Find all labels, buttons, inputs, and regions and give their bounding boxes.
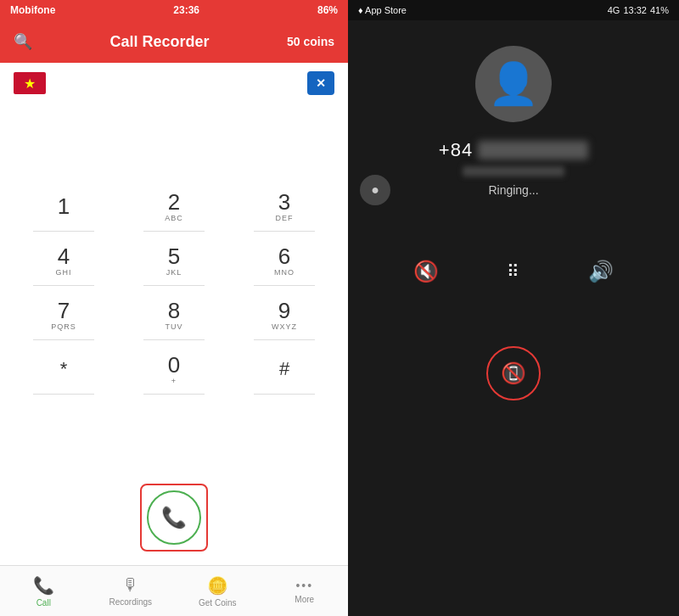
dial-key-3[interactable]: 3 DEF <box>246 181 323 232</box>
status-bar-left: Mobifone 23:36 86% <box>0 0 348 20</box>
call-button[interactable]: 📞 <box>147 490 201 545</box>
dialpad-row-4: * 0 + # <box>8 344 340 395</box>
dial-key-2[interactable]: 2 ABC <box>136 181 212 232</box>
dialpad-row-2: 4 GHI 5 JKL 6 MNO <box>8 235 340 286</box>
phone-prefix: +84 <box>439 139 473 161</box>
contact-name-blurred <box>463 166 564 176</box>
avatar-icon: 👤 <box>488 60 539 108</box>
tab-get-coins[interactable]: 🪙 Get Coins <box>174 566 261 616</box>
speaker-button[interactable]: 🔊 <box>577 248 625 295</box>
status-icons: 4G 13:32 41% <box>608 5 669 15</box>
coins-label: 50 coins <box>287 35 334 48</box>
keypad-icon: ⠿ <box>507 261 519 282</box>
dial-key-7[interactable]: 7 PQRS <box>25 289 102 340</box>
flag-row: ★ ✕ <box>0 63 348 104</box>
right-panel: ♦ App Store 4G 13:32 41% ● 👤 +84 Ringing… <box>348 0 679 616</box>
coins-tab-label: Get Coins <box>199 598 236 608</box>
phone-blur <box>478 141 588 160</box>
coins-tab-icon: 🪙 <box>207 575 228 596</box>
recordings-tab-label: Recordings <box>109 597 152 607</box>
call-button-area: 📞 <box>0 475 348 565</box>
call-controls: 🔇 ⠿ 🔊 <box>348 248 679 295</box>
call-button-border: 📞 <box>140 484 208 552</box>
carrier-text: Mobifone <box>10 4 55 16</box>
ringing-status: Ringing... <box>488 183 538 197</box>
country-flag[interactable]: ★ <box>14 72 46 94</box>
more-tab-icon: ••• <box>295 579 313 592</box>
mute-icon: 🔇 <box>413 260 439 283</box>
end-call-button[interactable]: 📵 <box>486 346 541 400</box>
dial-key-6[interactable]: 6 MNO <box>246 235 323 286</box>
dial-key-0[interactable]: 0 + <box>136 344 212 395</box>
phone-number: +84 <box>439 139 588 161</box>
signal-label: 4G <box>608 5 620 15</box>
tab-call[interactable]: 📞 Call <box>0 566 87 616</box>
speaker-icon: 🔊 <box>588 260 614 283</box>
delete-icon: ✕ <box>316 76 326 90</box>
dial-key-5[interactable]: 5 JKL <box>136 235 212 286</box>
time-right: 13:32 <box>623 5 647 15</box>
more-tab-label: More <box>295 595 314 604</box>
end-call-area: 📵 <box>486 346 541 434</box>
tab-more[interactable]: ••• More <box>261 566 349 616</box>
call-tab-icon: 📞 <box>33 575 54 596</box>
app-title: Call Recorder <box>109 33 209 51</box>
delete-button[interactable]: ✕ <box>307 71 334 95</box>
side-dot-icon: ● <box>371 182 379 198</box>
dial-key-1[interactable]: 1 <box>25 181 102 232</box>
dialpad-row-1: 1 2 ABC 3 DEF <box>8 181 340 232</box>
battery-left: 86% <box>317 4 338 16</box>
call-screen: ● 👤 +84 Ringing... 🔇 ⠿ 🔊 <box>348 20 679 616</box>
call-tab-label: Call <box>36 598 51 608</box>
app-store-label: ♦ App Store <box>358 5 407 15</box>
dial-key-8[interactable]: 8 TUV <box>136 289 212 340</box>
keypad-button[interactable]: ⠿ <box>490 248 537 295</box>
dial-key-4[interactable]: 4 GHI <box>25 235 102 286</box>
tab-bar: 📞 Call 🎙 Recordings 🪙 Get Coins ••• More <box>0 565 348 616</box>
dialpad-row-3: 7 PQRS 8 TUV 9 WXYZ <box>8 289 340 340</box>
battery-right: 41% <box>650 5 669 15</box>
contact-avatar: 👤 <box>475 46 552 122</box>
status-bar-right: ♦ App Store 4G 13:32 41% <box>348 0 679 20</box>
flag-star: ★ <box>24 76 36 92</box>
dial-key-star[interactable]: * <box>25 344 102 395</box>
mute-button[interactable]: 🔇 <box>402 248 450 295</box>
phone-icon: 📞 <box>161 506 187 529</box>
dial-key-hash[interactable]: # <box>246 344 323 395</box>
recordings-tab-icon: 🎙 <box>122 575 139 595</box>
time-left: 23:36 <box>173 4 199 16</box>
dialpad: 1 2 ABC 3 DEF 4 GHI 5 JKL 6 MNO <box>0 104 348 475</box>
end-call-icon: 📵 <box>501 361 526 385</box>
side-button[interactable]: ● <box>360 175 390 205</box>
left-panel: Mobifone 23:36 86% 🔍 Call Recorder 50 co… <box>0 0 348 616</box>
dial-key-9[interactable]: 9 WXYZ <box>246 289 323 340</box>
app-header: 🔍 Call Recorder 50 coins <box>0 20 348 63</box>
tab-recordings[interactable]: 🎙 Recordings <box>87 566 175 616</box>
search-icon[interactable]: 🔍 <box>14 32 32 51</box>
